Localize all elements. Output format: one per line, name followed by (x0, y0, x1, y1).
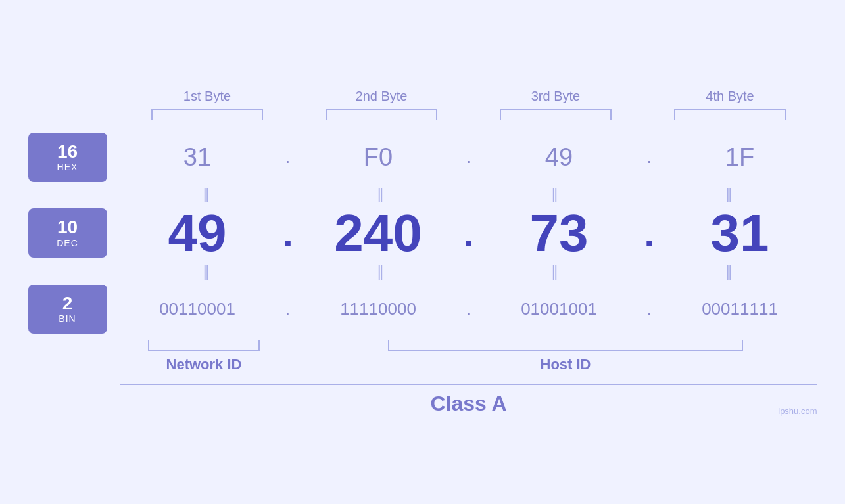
bracket-top-1 (151, 109, 263, 120)
class-label: Class A (430, 392, 506, 415)
sep-3: ‖ (551, 186, 561, 203)
host-id-label: Host ID (541, 356, 591, 373)
hex-dot-1: . (275, 147, 301, 168)
hex-value-4: 1F (663, 143, 817, 172)
dec-value-2: 240 (301, 207, 456, 260)
bracket-top-3 (500, 109, 612, 120)
dec-base-name: DEC (57, 238, 78, 248)
hex-label: 16 HEX (28, 133, 107, 182)
bracket-bottom-network (148, 340, 260, 351)
sep2-2: ‖ (377, 263, 387, 281)
sep-1: ‖ (203, 186, 212, 203)
sep-4: ‖ (725, 186, 735, 203)
bin-base-number: 2 (62, 294, 73, 314)
hex-value-1: 31 (120, 143, 275, 172)
bin-label: 2 BIN (28, 285, 107, 334)
network-id-section: Network ID (120, 340, 288, 373)
byte-header-3: 3rd Byte (469, 89, 643, 104)
hex-value-2: F0 (301, 143, 456, 172)
dec-values-row: 49 . 240 . 73 . 31 (120, 207, 817, 260)
bin-value-2: 11110000 (301, 299, 456, 319)
bracket-bottom-host (388, 340, 743, 351)
dec-dot-3: . (637, 210, 663, 256)
sep2-4: ‖ (725, 263, 735, 281)
hex-value-3: 49 (482, 143, 637, 172)
class-row: Class A (120, 384, 817, 416)
bin-dot-1: . (275, 298, 301, 319)
bin-dot-2: . (456, 298, 482, 319)
bin-dot-3: . (637, 298, 663, 319)
hex-dot-2: . (456, 147, 482, 168)
bin-value-3: 01001001 (482, 299, 637, 319)
byte-header-1: 1st Byte (120, 89, 295, 104)
dec-dot-2: . (456, 210, 482, 256)
bin-value-1: 00110001 (120, 299, 275, 319)
dec-value-3: 73 (482, 207, 637, 260)
dec-dot-1: . (275, 210, 301, 256)
dec-value-4: 31 (663, 207, 817, 260)
dec-base-number: 10 (57, 218, 78, 238)
host-id-section: Host ID (314, 340, 817, 373)
bottom-area: Network ID Host ID (120, 340, 817, 373)
watermark: ipshu.com (778, 406, 817, 416)
bracket-top-4 (674, 109, 786, 120)
hex-dot-3: . (637, 147, 663, 168)
bin-value-4: 00011111 (663, 299, 817, 319)
sep2-1: ‖ (203, 263, 212, 281)
bin-base-name: BIN (59, 313, 76, 324)
bin-values-row: 00110001 . 11110000 . 01001001 . 0001111… (120, 298, 817, 319)
sep2-3: ‖ (551, 263, 561, 281)
dec-value-1: 49 (120, 207, 275, 260)
byte-header-2: 2nd Byte (295, 89, 469, 104)
bracket-top-2 (326, 109, 437, 120)
dec-label: 10 DEC (28, 208, 107, 258)
hex-base-number: 16 (57, 142, 78, 162)
hex-values-row: 31 . F0 . 49 . 1F (120, 143, 817, 172)
hex-base-name: HEX (57, 162, 78, 172)
byte-header-4: 4th Byte (643, 89, 817, 104)
sep-2: ‖ (377, 186, 387, 203)
network-id-label: Network ID (166, 356, 242, 373)
